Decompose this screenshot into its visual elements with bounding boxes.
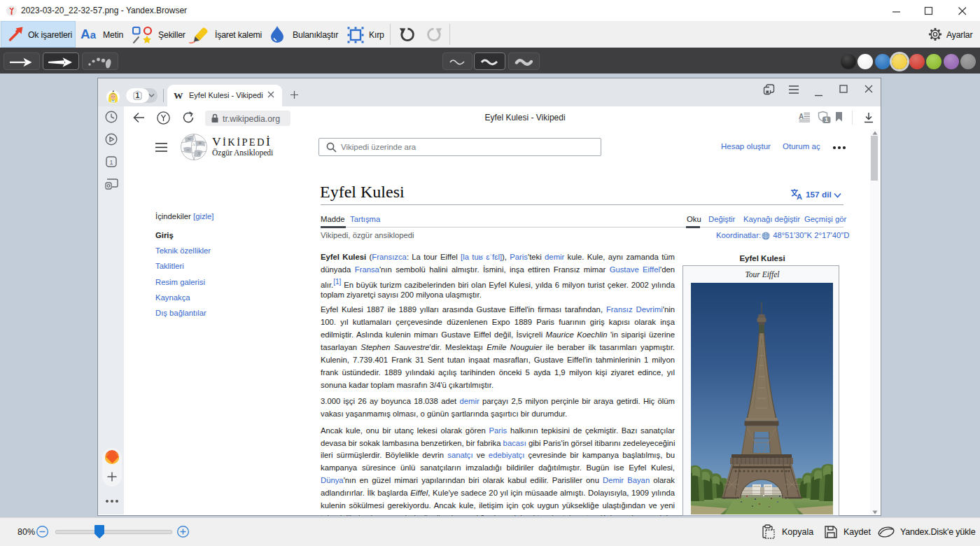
svg-text:A: A — [799, 113, 804, 120]
svg-text:1: 1 — [825, 116, 828, 123]
svg-text:A: A — [797, 192, 802, 200]
svg-text:1: 1 — [109, 159, 113, 166]
svg-text:W: W — [188, 137, 191, 141]
svg-text:文: 文 — [197, 151, 201, 155]
svg-text:И: И — [199, 141, 202, 145]
svg-text:A: A — [192, 143, 195, 146]
